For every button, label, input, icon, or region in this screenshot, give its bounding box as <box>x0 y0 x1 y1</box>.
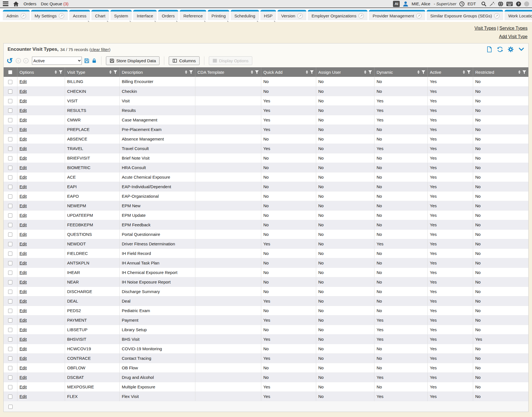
external-link-icon[interactable]: ↗ <box>21 13 26 19</box>
nav-tab[interactable]: Orders <box>158 10 178 20</box>
user-icon[interactable] <box>403 1 409 7</box>
edit-link[interactable]: Edit <box>20 375 27 380</box>
filter-funnel-icon[interactable] <box>368 70 372 74</box>
row-checkbox[interactable] <box>8 118 12 122</box>
edit-link[interactable]: Edit <box>20 165 27 170</box>
edit-link[interactable]: Edit <box>20 194 27 199</box>
filter-funnel-icon[interactable] <box>255 70 259 74</box>
filter-funnel-icon[interactable] <box>467 70 471 74</box>
lock-icon[interactable] <box>92 58 97 63</box>
save-view-icon[interactable] <box>84 58 89 63</box>
edit-link[interactable]: Edit <box>20 251 27 256</box>
external-link-icon[interactable]: ↗ <box>416 13 422 19</box>
select-all-checkbox[interactable] <box>8 70 12 74</box>
nav-tab[interactable]: Reference <box>180 10 206 20</box>
row-checkbox[interactable] <box>8 328 12 332</box>
edit-link[interactable]: Edit <box>20 79 27 84</box>
filter-funnel-icon[interactable] <box>114 70 117 74</box>
row-checkbox[interactable] <box>8 99 12 103</box>
column-header[interactable]: Description <box>119 67 195 77</box>
row-checkbox[interactable] <box>8 337 12 342</box>
row-checkbox[interactable] <box>8 375 12 380</box>
sort-icon[interactable] <box>306 70 308 74</box>
clock-icon[interactable] <box>459 1 465 7</box>
nav-tab[interactable]: System <box>110 10 132 20</box>
row-checkbox[interactable] <box>8 175 12 179</box>
edit-link[interactable]: Edit <box>20 241 27 246</box>
row-checkbox[interactable] <box>8 242 12 246</box>
row-checkbox[interactable] <box>8 271 12 275</box>
row-checkbox[interactable] <box>8 318 12 322</box>
edit-link[interactable]: Edit <box>20 213 27 218</box>
orders-nav-link[interactable]: Orders <box>24 1 36 6</box>
row-checkbox[interactable] <box>8 261 12 265</box>
add-visit-type-link[interactable]: Add Visit Type <box>499 34 528 39</box>
column-header[interactable]: Options <box>17 67 65 77</box>
column-header[interactable]: Active <box>427 67 473 77</box>
keyboard-icon[interactable] <box>506 1 513 7</box>
edit-link[interactable]: Edit <box>20 203 27 208</box>
nav-tab[interactable]: Version ↗ <box>277 10 306 20</box>
external-link-icon[interactable]: ↗ <box>494 13 499 19</box>
row-checkbox[interactable] <box>8 309 12 313</box>
nav-tab[interactable]: My Settings ↗ <box>31 10 68 20</box>
column-header[interactable]: Restricted <box>473 67 528 77</box>
view-filter-select[interactable]: Active <box>32 57 82 65</box>
sort-icon[interactable] <box>463 70 465 74</box>
service-types-link[interactable]: Service Types <box>499 26 528 31</box>
edit-link[interactable]: Edit <box>20 356 27 361</box>
row-checkbox[interactable] <box>8 290 12 294</box>
row-checkbox[interactable] <box>8 405 13 409</box>
row-checkbox[interactable] <box>8 147 12 151</box>
sort-icon[interactable] <box>109 70 112 74</box>
row-checkbox[interactable] <box>8 347 12 351</box>
row-checkbox[interactable] <box>8 252 12 256</box>
hamburger-menu-icon[interactable] <box>3 1 8 6</box>
home-icon[interactable] <box>13 1 19 7</box>
row-checkbox[interactable] <box>8 366 12 370</box>
sort-icon[interactable] <box>251 70 253 74</box>
help-icon[interactable]: ? <box>516 1 521 7</box>
magic-wand-icon[interactable] <box>489 1 495 7</box>
edit-link[interactable]: Edit <box>20 261 27 265</box>
column-header[interactable]: Quick Add <box>261 67 316 77</box>
edit-link[interactable]: Edit <box>20 384 27 389</box>
sort-icon[interactable] <box>518 70 521 74</box>
nav-tab[interactable]: Admin ↗ <box>3 10 30 20</box>
edit-link[interactable]: Edit <box>20 108 27 113</box>
edit-link[interactable]: Edit <box>20 394 27 399</box>
edit-link[interactable]: Edit <box>20 137 27 141</box>
row-checkbox[interactable] <box>8 128 12 132</box>
edit-link[interactable]: Edit <box>20 308 27 313</box>
column-header[interactable]: Assign User <box>316 67 374 77</box>
row-checkbox[interactable] <box>8 166 12 170</box>
filter-funnel-icon[interactable] <box>422 70 425 74</box>
nav-tab[interactable]: Printing <box>208 10 229 20</box>
store-displayed-data-button[interactable]: Store Displayed Data <box>106 56 160 65</box>
row-checkbox[interactable] <box>8 385 12 389</box>
visit-types-link[interactable]: Visit Types <box>475 26 496 31</box>
edit-link[interactable]: Edit <box>20 175 27 179</box>
edit-link[interactable]: Edit <box>20 127 27 132</box>
column-header[interactable]: Visit Type <box>65 67 119 77</box>
edit-link[interactable]: Edit <box>20 327 27 332</box>
edit-link[interactable]: Edit <box>20 270 27 275</box>
external-link-icon[interactable]: ↗ <box>358 13 364 19</box>
globe-icon[interactable] <box>498 1 503 7</box>
doc-queue-nav-link[interactable]: Doc Queue (3) <box>41 1 68 6</box>
nav-tab[interactable]: Work Locations ↗ <box>505 10 532 20</box>
refresh-icon[interactable] <box>497 46 503 52</box>
edit-link[interactable]: Edit <box>20 98 27 103</box>
external-link-icon[interactable]: ↗ <box>59 13 64 19</box>
filter-funnel-icon[interactable] <box>189 70 193 74</box>
filter-funnel-icon[interactable] <box>310 70 314 74</box>
row-checkbox[interactable] <box>8 204 12 208</box>
edit-link[interactable]: Edit <box>20 318 27 322</box>
row-checkbox[interactable] <box>8 280 12 284</box>
row-checkbox[interactable] <box>8 89 12 94</box>
edit-link[interactable]: Edit <box>20 280 27 284</box>
edit-link[interactable]: Edit <box>20 289 27 294</box>
ai-badge[interactable]: AI <box>393 1 400 7</box>
column-header[interactable]: CDA Template <box>195 67 261 77</box>
edit-link[interactable]: Edit <box>20 346 27 351</box>
